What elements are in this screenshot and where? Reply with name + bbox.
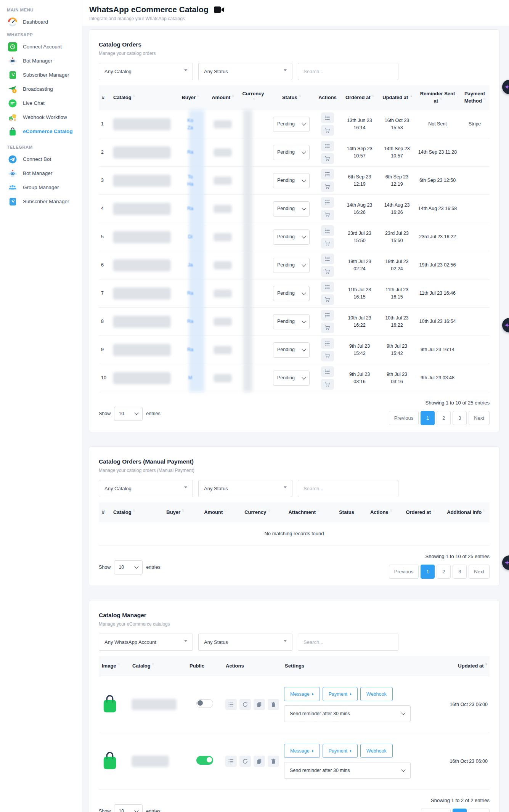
sidebar-item-connect-bot[interactable]: Connect Bot: [6, 152, 77, 166]
page-button-3[interactable]: 3: [453, 411, 467, 425]
payment-settings-button[interactable]: Payment: [323, 687, 358, 701]
order-status-select[interactable]: Pending: [273, 229, 310, 245]
order-status-select[interactable]: Pending: [273, 258, 310, 273]
cart-button[interactable]: [321, 238, 334, 249]
buyer-link[interactable]: Ra: [187, 346, 193, 353]
cart-button[interactable]: [321, 323, 334, 333]
public-toggle-on[interactable]: [196, 756, 213, 765]
buyer-link[interactable]: Ja: [188, 262, 193, 269]
order-status-select[interactable]: Pending: [273, 201, 310, 217]
whatsapp-account-filter-select[interactable]: Any WhatsApp Account: [99, 634, 193, 651]
order-status-select[interactable]: Pending: [273, 342, 310, 358]
items-list-button[interactable]: [225, 756, 237, 767]
reminder-select[interactable]: Send reminder after 30 mins: [284, 762, 411, 779]
page-button-2[interactable]: 2: [437, 565, 451, 579]
page-size-select[interactable]: 10: [114, 560, 143, 574]
buyer-link[interactable]: To Ha: [187, 173, 193, 188]
sidebar-item-bot-manager-wa[interactable]: Bot Manager: [6, 54, 77, 67]
buyer-link[interactable]: Ra: [187, 290, 193, 297]
buyer-link[interactable]: Ra: [187, 149, 193, 156]
previous-page-button[interactable]: Previous: [421, 809, 451, 812]
copy-button[interactable]: [254, 699, 265, 710]
cart-button[interactable]: [321, 379, 334, 390]
sync-button[interactable]: [239, 699, 251, 710]
payment-settings-button[interactable]: Payment: [323, 744, 358, 758]
page-button-1[interactable]: 1: [453, 809, 467, 812]
chevron-down-icon: [302, 206, 306, 210]
previous-page-button[interactable]: Previous: [389, 411, 419, 425]
reminder-select[interactable]: Send reminder after 30 mins: [284, 705, 411, 722]
sidebar-item-group-manager[interactable]: Group Manager: [6, 181, 77, 194]
items-list-button[interactable]: [225, 699, 237, 710]
copy-button[interactable]: [254, 756, 265, 767]
order-status-select[interactable]: Pending: [273, 173, 310, 188]
sidebar-item-bot-manager-tg[interactable]: Bot Manager: [6, 167, 77, 180]
status-filter-select[interactable]: Any Status: [198, 63, 292, 80]
delete-button[interactable]: [268, 756, 279, 767]
order-status-select[interactable]: Pending: [273, 371, 310, 386]
sync-button[interactable]: [239, 756, 251, 767]
buyer-link[interactable]: Ko Za: [187, 117, 193, 132]
cart-button[interactable]: [321, 351, 334, 361]
message-settings-button[interactable]: Message: [284, 687, 320, 701]
sidebar-item-ecommerce-catalog[interactable]: eCommerce Catalog: [6, 125, 77, 138]
cart-button[interactable]: [321, 153, 334, 164]
order-status-select[interactable]: Pending: [273, 145, 310, 160]
status-filter-select[interactable]: Any Status: [198, 480, 292, 497]
search-input[interactable]: [298, 480, 398, 497]
order-status-select[interactable]: Pending: [273, 314, 310, 329]
cart-button[interactable]: [321, 210, 334, 220]
buyer-link[interactable]: Ra: [187, 205, 193, 212]
cart-button[interactable]: [321, 266, 334, 277]
order-details-button[interactable]: [321, 169, 334, 180]
order-details-button[interactable]: [321, 366, 334, 377]
catalog-filter-select[interactable]: Any Catalog: [99, 63, 193, 80]
pagination: Previous 1 2 3 Next: [389, 565, 490, 579]
sidebar-item-broadcasting[interactable]: 1 Broadcasting: [6, 82, 77, 96]
delete-button[interactable]: [268, 699, 279, 710]
page-button-2[interactable]: 2: [437, 411, 451, 425]
page-size-select[interactable]: 10: [114, 407, 143, 421]
page-button-3[interactable]: 3: [453, 565, 467, 579]
search-input[interactable]: [298, 634, 398, 651]
video-tutorial-icon[interactable]: [214, 6, 225, 13]
page-button-1[interactable]: 1: [421, 411, 435, 425]
status-filter-select[interactable]: Any Status: [198, 634, 292, 651]
order-details-button[interactable]: [321, 338, 334, 349]
sidebar-item-connect-account[interactable]: Connect Account: [6, 40, 77, 53]
order-details-button[interactable]: [321, 310, 334, 321]
card-subtitle: Manage your catalog orders (Manual Payme…: [99, 468, 490, 473]
next-page-button[interactable]: Next: [469, 411, 490, 425]
cart-button[interactable]: [321, 294, 334, 305]
webhook-settings-button[interactable]: Webhook: [360, 744, 393, 758]
sidebar-item-dashboard[interactable]: Dashboard: [6, 15, 77, 29]
order-details-button[interactable]: [321, 141, 334, 151]
previous-page-button[interactable]: Previous: [389, 565, 419, 579]
order-details-button[interactable]: [321, 112, 334, 123]
order-details-button[interactable]: [321, 225, 334, 236]
ordered-at: 6th Sep 23 12:19: [341, 172, 378, 189]
sidebar-item-webhook-workflow[interactable]: Webhook Workflow: [6, 111, 77, 124]
cart-button[interactable]: [321, 181, 334, 192]
search-input[interactable]: [298, 63, 398, 80]
order-status-select[interactable]: Pending: [273, 286, 310, 301]
page-size-select[interactable]: 10: [114, 804, 143, 812]
order-details-button[interactable]: [321, 282, 334, 292]
webhook-settings-button[interactable]: Webhook: [360, 687, 393, 701]
buyer-link[interactable]: Ra: [187, 318, 193, 325]
page-button-1[interactable]: 1: [421, 565, 435, 579]
buyer-link[interactable]: Di: [188, 233, 193, 241]
cart-button[interactable]: [321, 125, 334, 136]
sidebar-item-live-chat[interactable]: Live Chat: [6, 96, 77, 110]
catalog-filter-select[interactable]: Any Catalog: [99, 480, 193, 497]
next-page-button[interactable]: Next: [469, 565, 490, 579]
order-status-select[interactable]: Pending: [273, 117, 310, 132]
sidebar-item-subscriber-manager-tg[interactable]: Subscriber Manager: [6, 195, 77, 208]
buyer-link[interactable]: M: [188, 374, 192, 382]
message-settings-button[interactable]: Message: [284, 744, 320, 758]
sidebar-item-subscriber-manager-wa[interactable]: Subscriber Manager: [6, 68, 77, 82]
order-details-button[interactable]: [321, 254, 334, 264]
order-details-button[interactable]: [321, 197, 334, 208]
next-page-button[interactable]: Next: [469, 809, 490, 812]
public-toggle-off[interactable]: [196, 699, 213, 708]
